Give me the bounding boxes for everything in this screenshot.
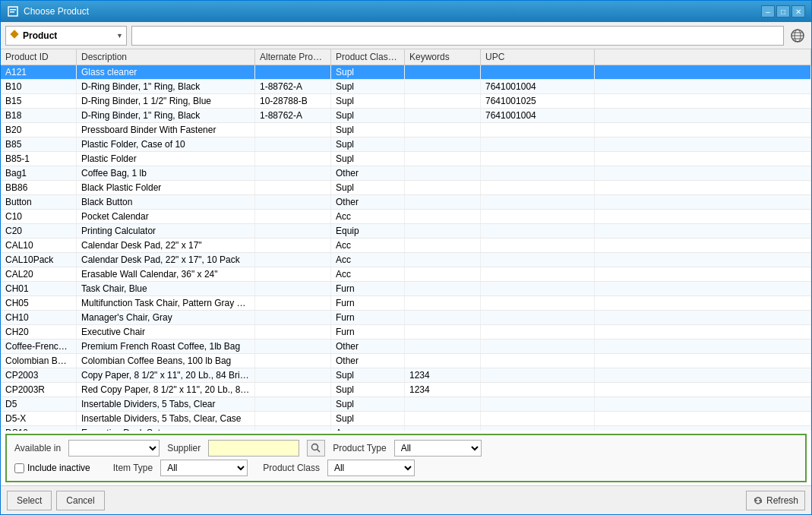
cell-class: Supl xyxy=(331,181,405,194)
table-row[interactable]: Colombian Beans Colombian Coffee Beans, … xyxy=(1,354,811,368)
table-row[interactable]: CAL20 Erasable Wall Calendar, 36" x 24" … xyxy=(1,267,811,282)
table-row[interactable]: CH10 Manager's Chair, Gray Furn xyxy=(1,311,811,325)
cell-alt xyxy=(255,426,331,431)
cell-keywords xyxy=(405,80,481,93)
title-bar-left: Choose Product xyxy=(7,5,89,17)
table-row[interactable]: D5 Insertable Dividers, 5 Tabs, Clear Su… xyxy=(1,397,811,412)
cell-id: CAL10Pack xyxy=(1,253,77,267)
cell-extra xyxy=(595,397,811,411)
search-input[interactable] xyxy=(131,26,784,46)
cell-desc: Pocket Calendar xyxy=(77,210,255,223)
item-type-select[interactable]: All xyxy=(160,460,248,476)
svg-rect-1 xyxy=(10,9,16,11)
cell-class: Other xyxy=(331,340,405,353)
table-row[interactable]: B18 D-Ring Binder, 1" Ring, Black 1-8876… xyxy=(1,109,811,123)
cell-upc xyxy=(481,340,595,353)
col-header-keywords[interactable]: Keywords xyxy=(405,49,481,65)
cell-class: Acc xyxy=(331,267,405,281)
product-dropdown[interactable]: Product ▼ xyxy=(5,26,127,46)
table-row[interactable]: B85-1 Plastic Folder Supl xyxy=(1,152,811,166)
table-row[interactable]: Bag1 Coffee Bag, 1 lb Other xyxy=(1,166,811,181)
table-row[interactable]: CH05 Multifunction Task Chair, Pattern G… xyxy=(1,296,811,311)
table-row[interactable]: Coffee-FrenchRoast Premium French Roast … xyxy=(1,340,811,354)
cell-class: Supl xyxy=(331,368,405,382)
table-row[interactable]: BB86 Black Plastic Folder Supl xyxy=(1,181,811,195)
cell-upc xyxy=(481,224,595,238)
table-row[interactable]: Button Black Button Other xyxy=(1,195,811,210)
product-type-select[interactable]: All xyxy=(394,440,482,457)
cell-keywords xyxy=(405,296,481,310)
cell-alt xyxy=(255,123,331,137)
cell-id: B20 xyxy=(1,123,77,137)
cell-upc: 7641001025 xyxy=(481,94,595,108)
select-button[interactable]: Select xyxy=(7,491,52,510)
cell-class: Acc xyxy=(331,210,405,223)
close-button[interactable]: ✕ xyxy=(791,5,805,17)
cell-keywords xyxy=(405,123,481,137)
cell-alt xyxy=(255,166,331,180)
table-row[interactable]: C20 Printing Calculator Equip xyxy=(1,224,811,239)
main-window: Choose Product – □ ✕ Product ▼ xyxy=(0,0,812,515)
table-row[interactable]: DS10 Executive Desk Set Acc xyxy=(1,426,811,431)
cell-alt: 10-28788-B xyxy=(255,94,331,108)
cell-alt xyxy=(255,224,331,238)
include-inactive-checkbox[interactable] xyxy=(14,463,24,473)
cell-extra xyxy=(595,210,811,223)
cell-keywords xyxy=(405,253,481,267)
col-header-id[interactable]: Product ID xyxy=(1,49,77,65)
table-row[interactable]: CAL10Pack Calendar Desk Pad, 22" x 17", … xyxy=(1,253,811,267)
cell-alt: 1-88762-A xyxy=(255,109,331,122)
cell-id: B18 xyxy=(1,109,77,122)
cell-class: Supl xyxy=(331,412,405,425)
table-row[interactable]: CAL10 Calendar Desk Pad, 22" x 17" Acc xyxy=(1,239,811,253)
restore-button[interactable]: □ xyxy=(776,5,790,17)
table-row[interactable]: B85 Plastic Folder, Case of 10 Supl xyxy=(1,137,811,152)
table-row[interactable]: CH01 Task Chair, Blue Furn xyxy=(1,282,811,296)
cell-id: CP2003 xyxy=(1,368,77,382)
minimize-button[interactable]: – xyxy=(761,5,775,17)
table-row[interactable]: CP2003R Red Copy Paper, 8 1/2" x 11", 20… xyxy=(1,383,811,397)
cell-upc xyxy=(481,152,595,166)
cell-upc xyxy=(481,239,595,252)
cell-alt xyxy=(255,210,331,223)
supplier-search-button[interactable] xyxy=(307,440,325,457)
table-row[interactable]: D5-X Insertable Dividers, 5 Tabs, Clear,… xyxy=(1,412,811,426)
table-row[interactable]: CH20 Executive Chair Furn xyxy=(1,325,811,340)
cell-desc: Insertable Dividers, 5 Tabs, Clear xyxy=(77,397,255,411)
cell-upc xyxy=(481,296,595,310)
cell-alt xyxy=(255,181,331,194)
table-row[interactable]: C10 Pocket Calendar Acc xyxy=(1,210,811,224)
refresh-button[interactable]: Refresh xyxy=(746,491,805,510)
table-row[interactable]: A121 Glass cleaner Supl xyxy=(1,65,811,80)
product-class-select[interactable]: All xyxy=(327,460,415,476)
table-row[interactable]: B20 Pressboard Binder With Fastener Supl xyxy=(1,123,811,137)
cell-id: CH20 xyxy=(1,325,77,339)
globe-icon[interactable] xyxy=(788,27,807,45)
cell-desc: Printing Calculator xyxy=(77,224,255,238)
cell-alt xyxy=(255,368,331,382)
supplier-label: Supplier xyxy=(167,443,201,453)
diamond-icon xyxy=(9,29,20,42)
cell-keywords xyxy=(405,282,481,295)
table-body[interactable]: A121 Glass cleaner Supl B10 D-Ring Binde… xyxy=(1,65,811,431)
cell-upc xyxy=(481,412,595,425)
table-row[interactable]: B10 D-Ring Binder, 1" Ring, Black 1-8876… xyxy=(1,80,811,94)
col-header-alt[interactable]: Alternate Produc... xyxy=(255,49,331,65)
cell-upc xyxy=(481,65,595,79)
cell-upc xyxy=(481,166,595,180)
table-row[interactable]: B15 D-Ring Binder, 1 1/2" Ring, Blue 10-… xyxy=(1,94,811,109)
cell-extra xyxy=(595,267,811,281)
table-row[interactable]: CP2003 Copy Paper, 8 1/2" x 11", 20 Lb.,… xyxy=(1,368,811,383)
cell-keywords xyxy=(405,397,481,411)
cell-id: C20 xyxy=(1,224,77,238)
product-type-label: Product Type xyxy=(333,443,387,453)
col-header-desc[interactable]: Description xyxy=(77,49,255,65)
available-in-select[interactable] xyxy=(68,440,160,457)
col-header-upc[interactable]: UPC xyxy=(481,49,595,65)
cell-extra xyxy=(595,80,811,93)
col-header-class[interactable]: Product Class ID xyxy=(331,49,405,65)
cell-class: Supl xyxy=(331,152,405,166)
cancel-button[interactable]: Cancel xyxy=(56,491,104,510)
supplier-input[interactable] xyxy=(208,440,299,457)
cell-id: Colombian Beans xyxy=(1,354,77,368)
